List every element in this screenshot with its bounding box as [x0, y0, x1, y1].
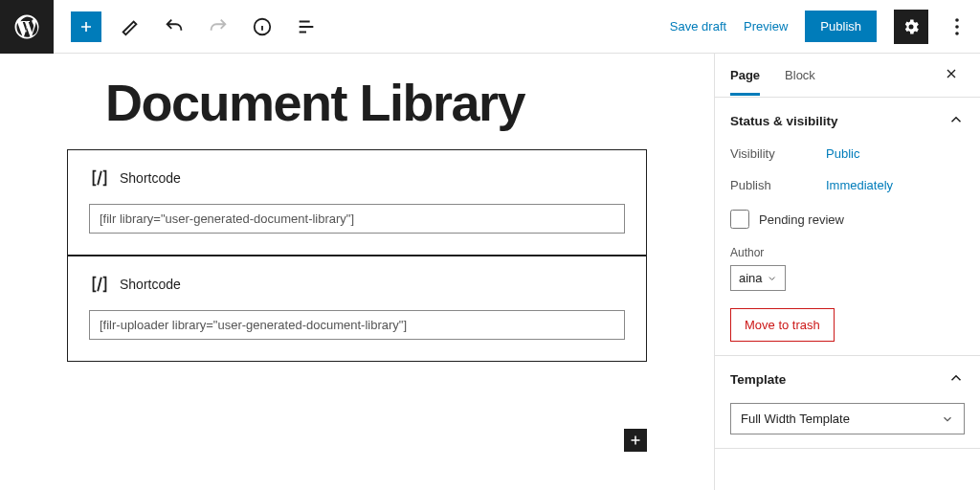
template-select[interactable]: Full Width Template	[730, 403, 965, 434]
chevron-up-icon	[947, 111, 965, 131]
author-value: aina	[739, 271, 763, 285]
svg-point-2	[955, 25, 959, 29]
move-to-trash-button[interactable]: Move to trash	[730, 308, 835, 342]
outline-icon[interactable]	[291, 11, 322, 42]
chevron-down-icon	[767, 273, 777, 284]
sidebar-tabs: Page Block	[715, 54, 980, 98]
shortcode-input[interactable]	[89, 310, 625, 340]
toolbar-left	[54, 11, 322, 42]
chevron-down-icon	[941, 412, 954, 426]
shortcode-input[interactable]	[89, 204, 625, 234]
template-panel-title: Template	[730, 372, 786, 387]
publish-button[interactable]: Publish	[805, 11, 877, 42]
shortcode-icon	[89, 167, 110, 189]
tab-block[interactable]: Block	[785, 55, 815, 96]
redo-icon[interactable]	[203, 11, 234, 42]
block-label: Shortcode	[89, 274, 625, 295]
chevron-up-icon	[947, 369, 965, 390]
svg-point-1	[955, 18, 959, 22]
author-label: Author	[730, 246, 965, 259]
visibility-value[interactable]: Public	[826, 146, 859, 161]
wordpress-logo[interactable]	[0, 0, 54, 54]
main-area: Document Library Shortcode Shortcode Pag…	[0, 54, 980, 490]
edit-mode-icon[interactable]	[115, 11, 145, 42]
save-draft-button[interactable]: Save draft	[670, 19, 726, 33]
close-sidebar-icon[interactable]	[938, 60, 965, 90]
shortcode-label-text: Shortcode	[120, 277, 181, 292]
info-icon[interactable]	[247, 11, 278, 42]
add-block-inline-button[interactable]	[624, 429, 647, 452]
page-title[interactable]: Document Library	[105, 73, 647, 132]
top-toolbar: Save draft Preview Publish	[0, 0, 980, 54]
settings-sidebar: Page Block Status & visibility Visibilit…	[714, 54, 980, 490]
undo-icon[interactable]	[159, 11, 189, 42]
preview-button[interactable]: Preview	[744, 19, 788, 33]
template-panel-header[interactable]: Template	[730, 369, 965, 390]
settings-button[interactable]	[894, 10, 928, 44]
more-options-icon[interactable]	[946, 10, 969, 44]
add-block-button[interactable]	[71, 11, 101, 42]
status-visibility-panel: Status & visibility Visibility Public Pu…	[715, 98, 980, 356]
status-panel-header[interactable]: Status & visibility	[730, 111, 965, 131]
svg-point-3	[955, 32, 959, 35]
author-select[interactable]: aina	[730, 265, 786, 291]
shortcode-icon	[89, 274, 110, 295]
shortcode-block[interactable]: Shortcode	[67, 256, 647, 362]
block-label: Shortcode	[89, 167, 625, 189]
shortcode-block[interactable]: Shortcode	[67, 149, 647, 256]
toolbar-right: Save draft Preview Publish	[670, 10, 980, 44]
pending-review-checkbox[interactable]	[730, 210, 749, 229]
editor-canvas: Document Library Shortcode Shortcode	[0, 54, 714, 490]
pending-review-label: Pending review	[759, 212, 844, 227]
visibility-label: Visibility	[730, 146, 826, 161]
template-value: Full Width Template	[741, 412, 850, 426]
publish-label: Publish	[730, 178, 826, 192]
publish-value[interactable]: Immediately	[826, 178, 893, 192]
template-panel: Template Full Width Template	[715, 356, 980, 449]
shortcode-label-text: Shortcode	[120, 170, 181, 186]
tab-page[interactable]: Page	[730, 55, 760, 96]
status-panel-title: Status & visibility	[730, 114, 838, 128]
